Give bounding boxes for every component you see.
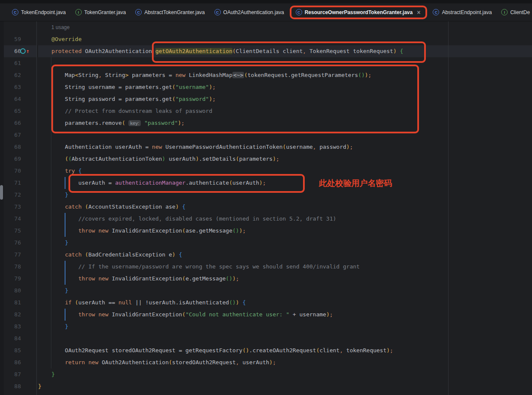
right-margin-guide: [448, 21, 449, 395]
parameter-hint-chip: key:: [128, 120, 141, 126]
code-line-69: ((AbstractAuthenticationToken) userAuth)…: [38, 153, 532, 165]
interface-file-icon: I: [501, 9, 508, 15]
gutter-line-63: 63: [4, 81, 36, 93]
gutter-line-82: 82: [4, 309, 36, 321]
code-line-80: }: [38, 285, 532, 297]
editor-gutter: 5960↑61626364656667686970717273747576777…: [4, 21, 37, 395]
left-scrollbar-thumb[interactable]: [0, 185, 3, 200]
gutter-line-74: 74: [4, 213, 36, 225]
gutter-line-60: 60↑: [4, 45, 36, 57]
override-up-arrow-icon: ↑: [26, 48, 30, 54]
gutter-line-84: 84: [4, 333, 36, 345]
gutter-line-78: 78: [4, 261, 36, 273]
ide-window: CTokenEndpoint.javaITokenGranter.javaCAb…: [0, 0, 532, 395]
gutter-line-83: 83: [4, 321, 36, 333]
tab-close-icon[interactable]: ×: [416, 9, 421, 16]
indent-guide-catch1: [65, 213, 65, 237]
folded-generics-chip: <~>: [232, 72, 244, 78]
gutter-line: [4, 21, 36, 33]
code-line-88: }: [38, 380, 532, 392]
gutter-line-59: 59: [4, 33, 36, 45]
code-line-59: @Override: [38, 33, 532, 45]
code-line-83: }: [38, 321, 532, 333]
code-line-75: throw new InvalidGrantException(ase.getM…: [38, 225, 532, 237]
code-line-81: if (userAuth == null || !userAuth.isAuth…: [38, 297, 532, 309]
code-line-74: //covers expired, locked, disabled cases…: [38, 213, 532, 225]
code-line-71: userAuth = authenticationManager.authent…: [38, 177, 532, 189]
window-top-strip: [0, 0, 532, 3]
tab-resourceownerpasswordtokengranter-java[interactable]: CResourceOwnerPasswordTokenGranter.java×: [295, 9, 422, 16]
code-line-86: return new OAuth2Authentication(storedOA…: [38, 357, 532, 368]
tab-clientde[interactable]: IClientDe: [496, 3, 532, 21]
class-file-icon: C: [214, 9, 221, 15]
code-pane[interactable]: 1 usage @Override protected OAuth2Authen…: [37, 21, 532, 395]
tab-label: TokenEndpoint.java: [21, 9, 66, 15]
active-tab-annotation-ring: CResourceOwnerPasswordTokenGranter.java×: [290, 6, 428, 19]
indent-guide-if: [65, 309, 65, 321]
gutter-line-69: 69: [4, 153, 36, 165]
gutter-line-76: 76: [4, 237, 36, 249]
class-file-icon: C: [135, 9, 142, 15]
override-circle-icon: [20, 48, 26, 54]
code-line-70: try {: [38, 165, 532, 177]
code-line-87: }: [38, 368, 532, 380]
code-line-85: OAuth2Request storedOAuth2Request = getR…: [38, 345, 532, 357]
code-line-68: Authentication userAuth = new UsernamePa…: [38, 141, 532, 153]
left-edge-strip: [0, 21, 4, 395]
tab-tokengranter-java[interactable]: ITokenGranter.java: [71, 3, 131, 21]
class-file-icon: C: [12, 9, 18, 15]
interface-file-icon: I: [75, 9, 82, 15]
code-line-73: catch (AccountStatusException ase) {: [38, 201, 532, 213]
annotation-note-text: 此处校验用户名密码: [319, 177, 392, 189]
tab-oauth2authentication-java[interactable]: COAuth2Authentication.java: [210, 3, 289, 21]
indent-guide: [51, 57, 51, 368]
tab-abstracttokengranter-java[interactable]: CAbstractTokenGranter.java: [131, 3, 209, 21]
code-line-63: String username = parameters.get("userna…: [38, 81, 532, 93]
tab-label: OAuth2Authentication.java: [223, 9, 284, 15]
usage-hint[interactable]: 1 usage: [38, 21, 532, 33]
gutter-line-77: 77: [4, 249, 36, 261]
code-line-61: [38, 57, 532, 69]
code-line-60: protected OAuth2Authentication getOAuth2…: [38, 45, 532, 57]
code-line-62: Map<String, String> parameters = new Lin…: [38, 69, 532, 81]
gutter-line-73: 73: [4, 201, 36, 213]
gutter-line-68: 68: [4, 141, 36, 153]
editor-tab-bar: CTokenEndpoint.javaITokenGranter.javaCAb…: [0, 3, 532, 21]
code-line-79: throw new InvalidGrantException(e.getMes…: [38, 273, 532, 285]
tab-tokenendpoint-java[interactable]: CTokenEndpoint.java: [7, 3, 71, 21]
code-line-84: [38, 333, 532, 345]
gutter-line-85: 85: [4, 345, 36, 357]
code-line-82: throw new InvalidGrantException("Could n…: [38, 309, 532, 321]
gutter-line-71: 71: [4, 177, 36, 189]
code-line-65: // Protect from downstream leaks of pass…: [38, 105, 532, 117]
gutter-line-79: 79: [4, 273, 36, 285]
gutter-line-75: 75: [4, 225, 36, 237]
tab-abstractendpoint-java[interactable]: CAbstractEndpoint.java: [428, 3, 496, 21]
gutter-line-88: 88: [4, 380, 36, 392]
gutter-line-67: 67: [4, 129, 36, 141]
override-method-gutter-icon[interactable]: ↑: [20, 48, 30, 54]
code-line-76: }: [38, 237, 532, 249]
gutter-line-81: 81: [4, 297, 36, 309]
tab-label: ResourceOwnerPasswordTokenGranter.java: [305, 9, 413, 15]
tab-label: ClientDe: [510, 9, 530, 15]
gutter-line-70: 70: [4, 165, 36, 177]
tab-label: TokenGranter.java: [84, 9, 126, 15]
gutter-line-87: 87: [4, 368, 36, 380]
gutter-line-86: 86: [4, 357, 36, 368]
editor-area: 5960↑61626364656667686970717273747576777…: [0, 21, 532, 395]
class-file-icon: C: [433, 9, 439, 15]
gutter-line-72: 72: [4, 189, 36, 201]
code-line-67: [38, 129, 532, 141]
indent-guide-catch2: [65, 261, 65, 285]
code-line-64: String password = parameters.get("passwo…: [38, 93, 532, 105]
code-line-77: catch (BadCredentialsException e) {: [38, 249, 532, 261]
class-file-icon: C: [296, 9, 302, 15]
tab-label: AbstractTokenGranter.java: [144, 9, 205, 15]
gutter-line-66: 66: [4, 117, 36, 129]
code-line-66: parameters.remove( key: "password");: [38, 117, 532, 129]
gutter-line-61: 61: [4, 57, 36, 69]
gutter-line-62: 62: [4, 69, 36, 81]
tab-label: AbstractEndpoint.java: [442, 9, 492, 15]
code-line-78: // If the username/password are wrong th…: [38, 261, 532, 273]
